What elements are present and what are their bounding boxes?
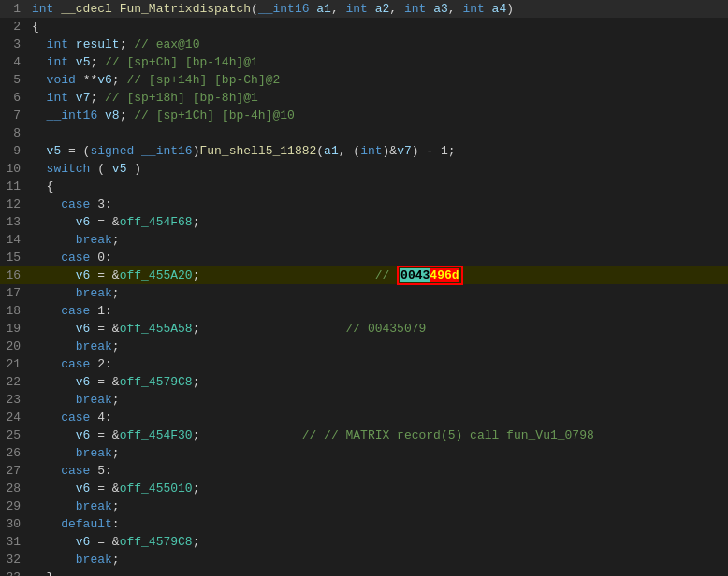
line-content-23: break; — [28, 391, 728, 409]
line-content-22: v6 = &off_4579C8; — [28, 373, 728, 391]
line-content-12: case 3: — [28, 195, 728, 213]
line-content-8 — [28, 124, 728, 142]
line-number-1: 1 — [0, 0, 28, 18]
code-line-27: 27 case 5: — [0, 462, 728, 480]
line-number-13: 13 — [0, 213, 28, 231]
code-line-30: 30 default: — [0, 515, 728, 533]
line-number-27: 27 — [0, 462, 28, 480]
line-number-26: 26 — [0, 444, 28, 462]
line-number-33: 33 — [0, 569, 28, 576]
line-content-16: v6 = &off_455A20; // 0043496d — [28, 266, 728, 284]
line-number-4: 4 — [0, 53, 28, 71]
line-number-20: 20 — [0, 338, 28, 355]
line-content-21: case 2: — [28, 355, 728, 373]
code-line-2: 2 { — [0, 18, 728, 36]
line-content-25: v6 = &off_454F30; // // MATRIX record(5)… — [28, 426, 728, 444]
code-line-21: 21 case 2: — [0, 355, 728, 373]
line-content-28: v6 = &off_455010; — [28, 480, 728, 497]
code-editor: 1 int __cdecl Fun_Matrixdispatch(__int16… — [0, 0, 728, 576]
line-number-17: 17 — [0, 284, 28, 302]
line-number-28: 28 — [0, 480, 28, 497]
code-line-17: 17 break; — [0, 284, 728, 302]
line-number-15: 15 — [0, 249, 28, 266]
line-content-18: case 1: — [28, 302, 728, 320]
line-content-32: break; — [28, 551, 728, 569]
code-line-10: 10 switch ( v5 ) — [0, 160, 728, 178]
line-content-5: void **v6; // [sp+14h] [bp-Ch]@2 — [28, 71, 728, 89]
line-number-2: 2 — [0, 18, 28, 36]
line-number-9: 9 — [0, 142, 28, 160]
code-line-23: 23 break; — [0, 391, 728, 409]
line-content-33: } — [28, 569, 728, 576]
line-content-26: break; — [28, 444, 728, 462]
line-content-10: switch ( v5 ) — [28, 160, 728, 178]
code-line-14: 14 break; — [0, 231, 728, 249]
line-content-13: v6 = &off_454F68; — [28, 213, 728, 231]
line-number-19: 19 — [0, 320, 28, 338]
code-line-18: 18 case 1: — [0, 302, 728, 320]
code-line-24: 24 case 4: — [0, 409, 728, 426]
line-number-22: 22 — [0, 373, 28, 391]
code-line-6: 6 int v7; // [sp+18h] [bp-8h]@1 — [0, 89, 728, 107]
code-line-4: 4 int v5; // [sp+Ch] [bp-14h]@1 — [0, 53, 728, 71]
line-content-9: v5 = (signed __int16)Fun_shell5_11882(a1… — [28, 142, 728, 160]
line-number-24: 24 — [0, 409, 28, 426]
code-line-12: 12 case 3: — [0, 195, 728, 213]
line-number-8: 8 — [0, 124, 28, 142]
line-number-14: 14 — [0, 231, 28, 249]
line-number-10: 10 — [0, 160, 28, 178]
code-line-16: 16 v6 = &off_455A20; // 0043496d — [0, 266, 728, 284]
highlighted-address: 0043496d — [397, 266, 462, 285]
line-number-7: 7 — [0, 107, 28, 124]
code-line-8: 8 — [0, 124, 728, 142]
code-line-33: 33 } — [0, 569, 728, 576]
line-number-32: 32 — [0, 551, 28, 569]
line-number-16: 16 — [0, 266, 28, 284]
code-line-7: 7 __int16 v8; // [sp+1Ch] [bp-4h]@10 — [0, 107, 728, 124]
line-content-19: v6 = &off_455A58; // 00435079 — [28, 320, 728, 338]
line-number-6: 6 — [0, 89, 28, 107]
line-content-20: break; — [28, 338, 728, 355]
line-number-12: 12 — [0, 195, 28, 213]
code-line-31: 31 v6 = &off_4579C8; — [0, 533, 728, 551]
code-line-26: 26 break; — [0, 444, 728, 462]
code-line-15: 15 case 0: — [0, 249, 728, 266]
line-content-17: break; — [28, 284, 728, 302]
line-number-3: 3 — [0, 36, 28, 53]
line-number-18: 18 — [0, 302, 28, 320]
line-content-30: default: — [28, 515, 728, 533]
line-content-24: case 4: — [28, 409, 728, 426]
line-content-15: case 0: — [28, 249, 728, 266]
line-content-27: case 5: — [28, 462, 728, 480]
line-number-30: 30 — [0, 515, 28, 533]
code-line-29: 29 break; — [0, 497, 728, 515]
line-number-11: 11 — [0, 178, 28, 195]
line-content-1: int __cdecl Fun_Matrixdispatch(__int16 a… — [28, 0, 728, 18]
line-content-31: v6 = &off_4579C8; — [28, 533, 728, 551]
line-content-29: break; — [28, 497, 728, 515]
line-content-11: { — [28, 178, 728, 195]
line-number-29: 29 — [0, 497, 28, 515]
line-content-3: int result; // eax@10 — [28, 36, 728, 53]
code-line-19: 19 v6 = &off_455A58; // 00435079 — [0, 320, 728, 338]
code-line-5: 5 void **v6; // [sp+14h] [bp-Ch]@2 — [0, 71, 728, 89]
code-line-11: 11 { — [0, 178, 728, 195]
code-line-25: 25 v6 = &off_454F30; // // MATRIX record… — [0, 426, 728, 444]
line-content-6: int v7; // [sp+18h] [bp-8h]@1 — [28, 89, 728, 107]
code-line-20: 20 break; — [0, 338, 728, 355]
line-number-31: 31 — [0, 533, 28, 551]
line-content-14: break; — [28, 231, 728, 249]
line-number-21: 21 — [0, 355, 28, 373]
code-line-22: 22 v6 = &off_4579C8; — [0, 373, 728, 391]
line-content-4: int v5; // [sp+Ch] [bp-14h]@1 — [28, 53, 728, 71]
line-content-2: { — [28, 18, 728, 36]
code-line-3: 3 int result; // eax@10 — [0, 36, 728, 53]
line-number-23: 23 — [0, 391, 28, 409]
code-line-13: 13 v6 = &off_454F68; — [0, 213, 728, 231]
code-line-32: 32 break; — [0, 551, 728, 569]
line-number-25: 25 — [0, 426, 28, 444]
code-line-28: 28 v6 = &off_455010; — [0, 480, 728, 497]
code-line-1: 1 int __cdecl Fun_Matrixdispatch(__int16… — [0, 0, 728, 18]
line-number-5: 5 — [0, 71, 28, 89]
line-content-7: __int16 v8; // [sp+1Ch] [bp-4h]@10 — [28, 107, 728, 124]
